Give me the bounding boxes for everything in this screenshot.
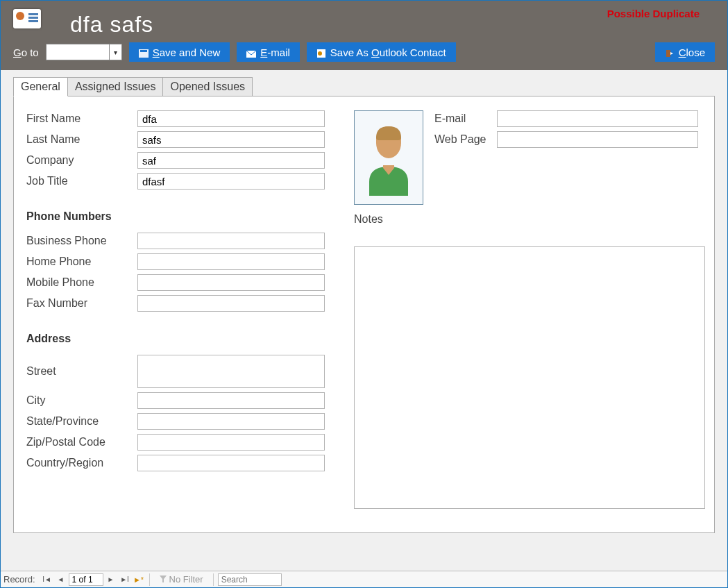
svg-marker-6	[670, 52, 673, 55]
header-bar: dfa safs Possible Duplicate Go to ▾ Save…	[1, 1, 727, 70]
svg-marker-8	[160, 576, 167, 582]
email-field[interactable]	[497, 110, 698, 127]
label-home-phone: Home Phone	[26, 255, 137, 268]
mobile-phone-field[interactable]	[137, 274, 325, 291]
chevron-down-icon: ▾	[109, 44, 121, 60]
first-name-field[interactable]	[137, 110, 325, 127]
record-navigation-bar: Record: I◄ ◄ ► ►I ►* No Filter	[1, 571, 727, 587]
section-phone-numbers: Phone Numbers	[26, 210, 353, 223]
label-state: State/Province	[26, 415, 137, 428]
body-area: General Assigned Issues Opened Issues Fi…	[1, 70, 727, 571]
label-first-name: First Name	[26, 112, 137, 125]
state-field[interactable]	[137, 413, 325, 430]
tab-general[interactable]: General	[13, 77, 68, 96]
person-placeholder-icon	[361, 119, 416, 196]
save-and-new-button[interactable]: Save and New	[129, 42, 230, 62]
toolbar: Go to ▾ Save and New E-mail Save	[13, 42, 456, 62]
door-exit-icon	[665, 48, 675, 56]
section-address: Address	[26, 333, 353, 345]
goto-label: Go to	[13, 47, 39, 58]
separator	[213, 573, 214, 586]
nav-next-button[interactable]: ►	[105, 573, 117, 586]
record-search-field[interactable]	[218, 573, 282, 586]
company-field[interactable]	[137, 152, 325, 169]
contact-card-icon	[13, 9, 46, 31]
fax-number-field[interactable]	[137, 295, 325, 312]
save-as-outlook-button[interactable]: Save As Outlook Contact	[307, 42, 456, 62]
notes-field[interactable]	[354, 246, 705, 509]
street-field[interactable]	[137, 355, 325, 388]
record-label: Record:	[3, 574, 35, 585]
svg-rect-5	[666, 50, 670, 57]
business-phone-field[interactable]	[137, 233, 325, 249]
label-company: Company	[26, 154, 137, 167]
web-page-field[interactable]	[497, 131, 698, 148]
label-mobile-phone: Mobile Phone	[26, 276, 137, 289]
label-fax-number: Fax Number	[26, 297, 137, 310]
label-business-phone: Business Phone	[26, 235, 137, 247]
label-street: Street	[26, 365, 137, 378]
svg-point-4	[318, 51, 322, 56]
filter-icon	[160, 574, 167, 585]
label-email: E-mail	[434, 112, 497, 125]
label-notes: Notes	[354, 205, 701, 226]
email-button[interactable]: E-mail	[237, 42, 300, 62]
envelope-icon	[246, 48, 256, 56]
nav-first-button[interactable]: I◄	[41, 573, 53, 586]
zip-field[interactable]	[137, 434, 325, 451]
label-country: Country/Region	[26, 457, 137, 469]
nav-prev-button[interactable]: ◄	[55, 573, 67, 586]
close-button[interactable]: Close	[655, 42, 715, 62]
window-title: dfa safs	[70, 12, 153, 37]
country-field[interactable]	[137, 455, 325, 471]
separator	[149, 573, 150, 586]
label-city: City	[26, 394, 137, 407]
duplicate-warning: Possible Duplicate	[607, 8, 700, 19]
nav-new-record-button[interactable]: ►*	[133, 573, 145, 586]
city-field[interactable]	[137, 392, 325, 409]
tab-opened-issues[interactable]: Opened Issues	[163, 77, 253, 96]
left-column: First Name Last Name Company Job Title P…	[26, 110, 353, 476]
contact-detail-window: dfa safs Possible Duplicate Go to ▾ Save…	[0, 0, 728, 588]
label-last-name: Last Name	[26, 133, 137, 146]
svg-rect-1	[140, 50, 147, 52]
filter-status[interactable]: No Filter	[160, 574, 203, 585]
job-title-field[interactable]	[137, 173, 325, 190]
home-phone-field[interactable]	[137, 253, 325, 270]
right-column: E-mail Web Page Notes	[354, 110, 701, 509]
goto-dropdown[interactable]: ▾	[46, 44, 122, 60]
label-zip: Zip/Postal Code	[26, 436, 137, 448]
contact-avatar[interactable]	[354, 110, 423, 205]
label-job-title: Job Title	[26, 175, 137, 187]
label-web-page: Web Page	[434, 133, 497, 146]
nav-last-button[interactable]: ►I	[119, 573, 131, 586]
record-position-field[interactable]	[69, 573, 103, 586]
tab-panel-general: First Name Last Name Company Job Title P…	[13, 96, 715, 533]
tab-assigned-issues[interactable]: Assigned Issues	[68, 77, 164, 96]
last-name-field[interactable]	[137, 131, 325, 148]
outlook-icon	[316, 48, 326, 56]
tab-strip: General Assigned Issues Opened Issues	[13, 77, 715, 96]
save-icon	[139, 48, 149, 56]
